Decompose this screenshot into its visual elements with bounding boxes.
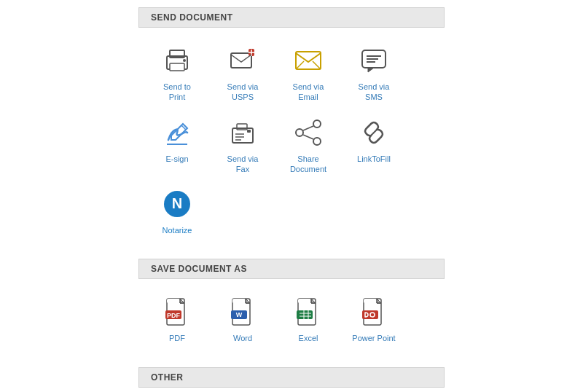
- svg-rect-47: [297, 310, 313, 319]
- email-icon: [290, 42, 326, 79]
- save-document-header: SAVE DOCUMENT AS: [138, 259, 445, 279]
- svg-point-23: [313, 120, 321, 128]
- word-icon: W: [224, 294, 261, 330]
- main-container: SEND DOCUMENT Send toPrint: [138, 7, 445, 392]
- send-document-header: SEND DOCUMENT: [138, 7, 445, 28]
- save-excel-label: Excel: [299, 333, 318, 343]
- other-section: OTHER Back to Edit: [138, 367, 445, 392]
- svg-line-9: [296, 61, 304, 69]
- send-usps-button[interactable]: Send viaUSPS: [210, 36, 275, 109]
- send-print-label: Send toPrint: [163, 82, 191, 103]
- send-email-button[interactable]: Send viaEmail: [275, 36, 341, 109]
- other-body: Back to Edit DOCS Go toMyDocs: [138, 388, 445, 392]
- notarize-label: Notarize: [163, 225, 192, 235]
- usps-icon: [224, 42, 261, 79]
- svg-text:PDF: PDF: [167, 312, 181, 319]
- excel-icon: [290, 294, 326, 330]
- send-fax-button[interactable]: Send viaFax: [210, 109, 275, 181]
- share-document-button[interactable]: ShareDocument: [275, 109, 341, 181]
- sms-icon: [356, 42, 392, 79]
- link-to-fill-button[interactable]: LinkToFill: [341, 109, 407, 181]
- notarize-icon: N: [159, 186, 195, 222]
- save-pdf-button[interactable]: PDF PDF: [144, 288, 210, 349]
- save-pdf-label: PDF: [169, 333, 185, 343]
- svg-line-10: [313, 61, 321, 69]
- svg-text:W: W: [236, 311, 243, 318]
- esign-icon: [159, 114, 195, 151]
- print-icon: [159, 42, 195, 79]
- svg-rect-8: [296, 52, 321, 69]
- notarize-button[interactable]: N Notarize: [144, 180, 210, 241]
- save-ppt-button[interactable]: Power Point: [341, 288, 407, 349]
- save-document-section: SAVE DOCUMENT AS PDF PDF: [138, 259, 445, 358]
- svg-rect-38: [232, 299, 246, 303]
- esign-label: E-sign: [165, 154, 188, 164]
- svg-rect-32: [167, 299, 180, 303]
- send-email-label: Send viaEmail: [293, 82, 324, 103]
- svg-rect-4: [231, 53, 251, 68]
- svg-rect-2: [170, 63, 184, 71]
- svg-point-3: [183, 59, 186, 62]
- svg-line-26: [303, 126, 313, 130]
- svg-line-27: [303, 135, 313, 139]
- other-header: OTHER: [138, 367, 445, 388]
- save-excel-button[interactable]: Excel: [275, 288, 341, 349]
- share-document-label: ShareDocument: [290, 154, 326, 175]
- pdf-icon: PDF: [159, 294, 195, 330]
- save-word-button[interactable]: W Word: [210, 288, 275, 349]
- send-usps-label: Send viaUSPS: [227, 82, 259, 103]
- send-sms-label: Send viaSMS: [359, 82, 390, 103]
- svg-rect-19: [247, 130, 251, 133]
- svg-rect-44: [298, 299, 311, 303]
- link-to-fill-label: LinkToFill: [357, 154, 391, 164]
- link-icon: [356, 114, 392, 151]
- save-document-body: PDF PDF W Wo: [138, 279, 445, 358]
- fax-icon: [224, 114, 261, 151]
- send-document-body: Send toPrint Send viaUSPS: [138, 28, 445, 250]
- send-sms-button[interactable]: Send viaSMS: [341, 36, 407, 109]
- send-print-button[interactable]: Send toPrint: [144, 36, 210, 109]
- svg-point-25: [313, 138, 321, 145]
- svg-rect-53: [364, 299, 377, 303]
- svg-text:N: N: [172, 195, 182, 211]
- esign-button[interactable]: E-sign: [144, 109, 210, 181]
- powerpoint-icon: [356, 294, 392, 330]
- send-document-section: SEND DOCUMENT Send toPrint: [138, 7, 445, 250]
- save-ppt-label: Power Point: [352, 333, 395, 343]
- svg-point-24: [296, 129, 303, 136]
- svg-line-28: [370, 129, 377, 136]
- send-fax-label: Send viaFax: [227, 154, 259, 175]
- share-icon: [290, 114, 326, 151]
- save-word-label: Word: [233, 333, 252, 343]
